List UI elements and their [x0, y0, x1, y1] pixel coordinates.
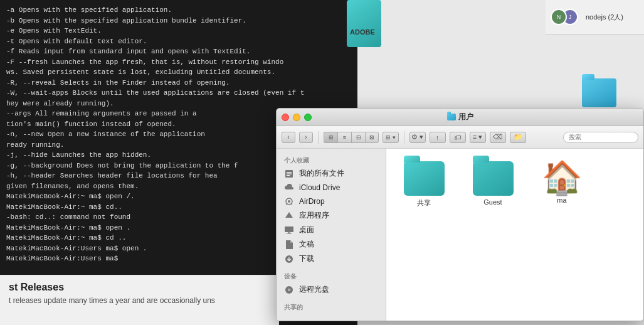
arrange-button[interactable]: ≡ ▾	[470, 132, 486, 143]
share-button[interactable]: ↑	[430, 132, 446, 143]
sidebar-item-desktop[interactable]: 桌面	[277, 223, 386, 237]
adobe-label: ADOBE	[350, 28, 375, 36]
bottom-body: t releases update many times a year and …	[9, 296, 270, 306]
sidebar-item-airdrop-label: AirDrop	[299, 197, 325, 206]
terminal-line: ws. Saved persistent state is lost, excl…	[6, 67, 351, 78]
finder-title: 用户	[447, 112, 473, 122]
sidebar-item-remote-disc-label: 远程光盘	[299, 284, 329, 295]
back-button[interactable]: ‹	[282, 132, 295, 143]
svg-point-13	[288, 289, 290, 290]
terminal-line: -f Reads input from standard input and o…	[6, 46, 351, 57]
icon-view-button[interactable]: ⊞	[324, 132, 337, 143]
sidebar-item-documents-label: 文稿	[299, 239, 314, 250]
folder-item-shared[interactable]: 共享	[399, 161, 449, 208]
terminal-line: -W, --wait-apps Blocks until the used ap…	[6, 88, 351, 99]
delete-button[interactable]: ⌫	[490, 132, 506, 143]
sidebar-item-desktop-label: 桌面	[299, 225, 314, 235]
terminal-line: -t Opens with default text editor.	[6, 36, 351, 47]
folder-label-home: ma	[557, 196, 566, 204]
desktop-icon	[284, 225, 294, 235]
svg-marker-6	[285, 212, 293, 218]
svg-rect-8	[288, 232, 290, 233]
sidebar-section-personal: 个人收藏	[277, 154, 386, 166]
finder-title-label: 用户	[458, 112, 473, 122]
sidebar-item-icloud-label: iCloud Drive	[299, 183, 340, 192]
svg-point-5	[288, 200, 290, 203]
finder-window: 用户 ‹ › ⊞ ≡ ⊟ ⊠ ⊞ ▾ ⚙ ▾ ↑ 🏷 ≡ ▾ ⌫ 📁 个人收藏	[276, 108, 644, 321]
forward-button[interactable]: ›	[299, 132, 313, 143]
terminal-line: -e Opens with TextEdit.	[6, 26, 351, 36]
toolbar-separator-1	[318, 131, 319, 144]
list-view-button[interactable]: ≡	[337, 132, 351, 143]
sidebar-item-downloads-label: 下载	[299, 253, 314, 264]
sidebar-item-remote-disc[interactable]: 远程光盘	[277, 282, 386, 297]
maximize-button[interactable]	[304, 114, 312, 121]
action-gear-button[interactable]: ⚙ ▾	[409, 132, 426, 143]
sidebar-item-icloud[interactable]: iCloud Drive	[277, 181, 386, 194]
home-folder-icon: 🏠	[542, 161, 583, 194]
sidebar-item-airdrop[interactable]: AirDrop	[277, 194, 386, 208]
finder-titlebar: 用户	[277, 109, 643, 126]
remote-disc-icon	[284, 285, 294, 295]
sidebar-item-documents[interactable]: 文稿	[277, 237, 386, 252]
all-files-icon	[284, 169, 294, 179]
sidebar-item-applications-label: 应用程序	[299, 210, 329, 221]
folder-icon-guest	[473, 161, 514, 196]
terminal-line: -R, --reveal Selects in the Finder inste…	[6, 78, 351, 88]
avatar-group: N J	[551, 9, 578, 25]
column-view-button[interactable]: ⊟	[351, 132, 365, 143]
search-input[interactable]	[563, 132, 638, 143]
finder-sidebar: 个人收藏 我的所有文件 iCloud Drive AirDrop	[277, 149, 386, 321]
icloud-icon	[284, 183, 294, 193]
tag-button[interactable]: 🏷	[450, 132, 466, 143]
bottom-text-area: st Releases t releases update many times…	[0, 275, 279, 325]
close-button[interactable]	[282, 114, 289, 121]
sidebar-item-downloads[interactable]: 下载	[277, 252, 386, 266]
cyan-top-block	[347, 0, 381, 47]
folder-item-guest[interactable]: Guest	[468, 161, 518, 206]
social-label: nodejs (2人)	[586, 13, 623, 22]
sidebar-section-devices: 设备	[277, 270, 386, 282]
avatar-1: N	[551, 9, 567, 25]
sidebar-item-all-files-label: 我的所有文件	[299, 168, 344, 179]
folder-label-shared: 共享	[417, 198, 431, 208]
new-folder-button[interactable]: 📁	[510, 132, 526, 143]
svg-rect-1	[287, 172, 292, 173]
folder-icon-shared	[404, 161, 445, 196]
sidebar-item-all-files[interactable]: 我的所有文件	[277, 166, 386, 181]
bottom-heading: st Releases	[9, 282, 270, 293]
finder-body: 个人收藏 我的所有文件 iCloud Drive AirDrop	[277, 149, 643, 321]
svg-rect-9	[287, 233, 292, 234]
svg-rect-3	[287, 175, 290, 176]
terminal-line: -a Opens with the specified application.	[6, 5, 351, 16]
finder-toolbar: ‹ › ⊞ ≡ ⊟ ⊠ ⊞ ▾ ⚙ ▾ ↑ 🏷 ≡ ▾ ⌫ 📁	[277, 126, 643, 149]
minimize-button[interactable]	[293, 114, 300, 121]
toolbar-separator-2	[404, 131, 404, 144]
svg-rect-2	[287, 173, 292, 174]
folder-label-guest: Guest	[483, 198, 502, 206]
coverflow-view-button[interactable]: ⊠	[365, 132, 379, 143]
finder-folder-icon	[447, 114, 456, 120]
view-button-group: ⊞ ≡ ⊟ ⊠	[324, 132, 379, 143]
unity-folder-icon	[582, 78, 616, 107]
terminal-line: hey were already running).	[6, 99, 351, 109]
terminal-line: -F --fresh Launches the app fresh, that …	[6, 57, 351, 68]
documents-icon	[284, 240, 294, 250]
svg-rect-7	[285, 226, 293, 232]
sidebar-section-shared: 共享的	[277, 301, 386, 313]
terminal-line: -b Opens with the specified application …	[6, 16, 351, 26]
social-widget: N J nodejs (2人)	[546, 0, 644, 35]
applications-icon	[284, 211, 294, 221]
folder-item-home[interactable]: 🏠 ma	[537, 161, 587, 204]
finder-main-area: 共享 Guest 🏠 ma	[386, 149, 643, 321]
downloads-icon	[284, 254, 294, 264]
view-arrange-dropdown[interactable]: ⊞ ▾	[383, 132, 399, 143]
sidebar-item-applications[interactable]: 应用程序	[277, 208, 386, 223]
airdrop-icon	[284, 196, 294, 206]
